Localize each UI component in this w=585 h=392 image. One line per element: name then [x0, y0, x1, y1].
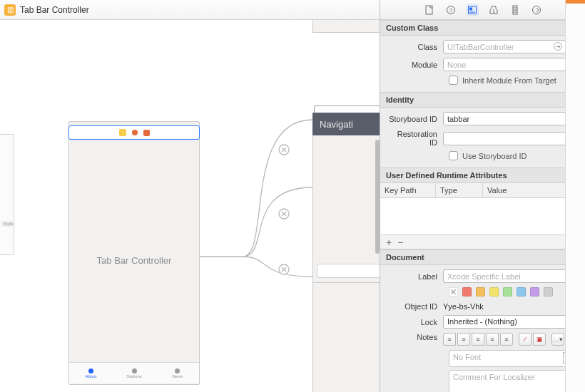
- offscreen-scene-left: [0, 134, 14, 255]
- label-color-swatches: [387, 287, 578, 296]
- document-header: Document: [380, 249, 585, 265]
- align-right-button[interactable]: ≡: [472, 333, 484, 346]
- module-label: Module: [387, 61, 443, 69]
- tab-stations[interactable]: Stations: [113, 363, 156, 383]
- inherit-module-checkbox[interactable]: [449, 76, 458, 85]
- tab-label: Stations: [126, 374, 142, 378]
- svg-rect-9: [469, 7, 472, 10]
- bg-color-button[interactable]: ▣: [533, 333, 546, 346]
- object-id-value: Yye-bs-Vhk: [443, 302, 484, 311]
- use-storyboard-id-checkbox[interactable]: [449, 151, 458, 160]
- comment-placeholder: Comment For Localizer: [453, 373, 534, 381]
- nav-bar-title-cutoff: Navigati: [320, 119, 353, 130]
- align-justify-button[interactable]: ≡: [486, 333, 499, 346]
- urda-header: User Defined Runtime Attributes: [380, 167, 585, 183]
- tab-bar[interactable]: About Stations News: [69, 362, 199, 383]
- align-natural-button[interactable]: ≡: [500, 333, 513, 346]
- font-placeholder: No Font: [453, 353, 481, 361]
- doc-label-label: Label: [387, 272, 443, 281]
- notes-label: Notes: [387, 333, 443, 341]
- custom-class-header: Custom Class: [380, 20, 585, 36]
- controller-icon: ▥: [4, 4, 16, 16]
- restoration-id-field[interactable]: [443, 132, 578, 145]
- path-title[interactable]: Tab Bar Controller: [20, 5, 89, 15]
- swatch-blue[interactable]: [517, 287, 526, 296]
- use-storyboard-id-label: Use Storyboard ID: [462, 152, 526, 160]
- tab-about[interactable]: About: [69, 363, 113, 383]
- exit-icon: [143, 130, 150, 136]
- urda-col-type[interactable]: Type: [436, 183, 483, 197]
- first-responder-icon: [132, 130, 138, 135]
- swatch-gray[interactable]: [544, 287, 553, 296]
- scene-title-label: Tab Bar Controller: [68, 255, 200, 266]
- svg-point-16: [532, 6, 540, 14]
- scene-icon: [119, 129, 126, 136]
- align-left-button[interactable]: ≡: [443, 333, 456, 346]
- urda-add-button[interactable]: +: [386, 237, 392, 248]
- storyboard-id-label: Storyboard ID: [387, 115, 443, 123]
- swatch-orange[interactable]: [476, 287, 485, 296]
- doc-label-field[interactable]: [443, 269, 578, 283]
- attributes-inspector-tab[interactable]: [487, 4, 500, 16]
- class-jump-icon[interactable]: ➜: [554, 42, 562, 51]
- connections-inspector-tab[interactable]: [530, 4, 543, 16]
- size-inspector-tab[interactable]: [509, 4, 522, 16]
- urda-remove-button[interactable]: −: [397, 237, 403, 248]
- identity-inspector-panel: ? Custom Class Class ➜ Module Inherit Mo…: [380, 0, 585, 392]
- tab-label: About: [85, 374, 96, 378]
- module-field[interactable]: [443, 58, 568, 71]
- identity-inspector-tab[interactable]: [466, 4, 479, 16]
- object-id-label: Object ID: [387, 302, 443, 311]
- orange-accent-bar: [566, 0, 585, 4]
- quick-help-tab[interactable]: ?: [444, 4, 457, 16]
- tab-news[interactable]: News: [156, 363, 199, 383]
- lock-select[interactable]: Inherited - (Nothing): [443, 315, 566, 329]
- file-inspector-tab[interactable]: [423, 4, 436, 16]
- svg-text:?: ?: [449, 7, 452, 14]
- swatch-purple[interactable]: [530, 287, 539, 296]
- svg-rect-5: [426, 6, 432, 14]
- swatch-red[interactable]: [462, 287, 472, 296]
- restoration-id-label: Restoration ID: [387, 130, 443, 147]
- swatch-yellow[interactable]: [489, 287, 499, 296]
- notes-toolbar: ≡ ≡ ≡ ≡ ≡ ∕ ▣ …▾: [443, 333, 564, 346]
- notes-more-button[interactable]: …▾: [551, 333, 564, 346]
- tabbar-controller-scene[interactable]: [68, 121, 200, 385]
- right-gutter: [565, 0, 585, 392]
- offscreen-scene-badge: Style: [1, 221, 15, 227]
- align-center-button[interactable]: ≡: [457, 333, 470, 346]
- scene-selection-bar[interactable]: [68, 125, 200, 140]
- swatch-none[interactable]: [449, 287, 458, 296]
- inherit-module-label: Inherit Module From Target: [462, 76, 556, 85]
- offscreen-scenes-right: Navigati: [312, 20, 380, 291]
- storyboard-id-field[interactable]: [443, 112, 578, 125]
- class-label: Class: [387, 43, 443, 51]
- class-field[interactable]: [443, 40, 566, 53]
- text-color-button[interactable]: ∕: [519, 333, 531, 346]
- storyboard-canvas[interactable]: Style Tab Bar Controller About Stations …: [0, 20, 380, 392]
- notes-font-field[interactable]: No Font T: [449, 350, 578, 367]
- urda-col-keypath[interactable]: Key Path: [380, 183, 436, 197]
- swatch-green[interactable]: [503, 287, 512, 296]
- tab-label: News: [172, 374, 183, 378]
- urda-columns: Key Path Type Value: [380, 183, 585, 198]
- inspector-tab-bar: ?: [380, 0, 585, 20]
- identity-header: Identity: [380, 92, 585, 108]
- urda-table[interactable]: [380, 198, 585, 235]
- localizer-comment-field[interactable]: Comment For Localizer: [449, 370, 578, 392]
- lock-label: Lock: [387, 318, 443, 326]
